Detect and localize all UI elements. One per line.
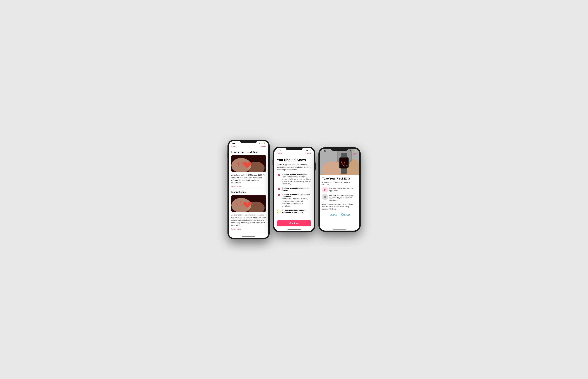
home-bar-line-1 xyxy=(242,237,255,237)
instr-text-1: First, open the ECG app on your Apple Wa… xyxy=(329,187,357,192)
status-icons-2: ✈ ▾▾▾ 🔋 xyxy=(305,149,311,151)
warning-item-4: ! If you are not feeling well you should… xyxy=(277,209,311,213)
svg-text:26: 26 xyxy=(342,164,345,167)
warning-bold-4: If you are not feeling well you should t… xyxy=(282,209,311,213)
location-icon-1: ✈ xyxy=(259,142,260,144)
slashgear-logo: SLASH GEAR xyxy=(322,213,357,217)
note-text: Note: To take an accurate ECG, your Appl… xyxy=(322,203,357,210)
warning-item-1: ✕ It cannot detect a heart attack. If yo… xyxy=(277,173,311,185)
home-bar-1 xyxy=(229,236,268,238)
svg-point-7 xyxy=(252,204,253,205)
heart-image-1 xyxy=(232,155,266,172)
phone2-content: You Should Know The ECG app can check yo… xyxy=(274,156,314,218)
battery-icon-3: 🔋 xyxy=(355,150,356,152)
phone-2-notch xyxy=(285,147,303,150)
phone-3: 8:25 ✈ ▾▾▾ 🔋 Skip xyxy=(318,147,361,232)
warning-text-2: It cannot detect blood clots or a stroke… xyxy=(282,187,311,191)
instruction-2: Rest your arms on a table or in your lap… xyxy=(322,194,357,202)
p3-title: Take Your First ECG xyxy=(322,177,357,180)
exclaim-icon: ! xyxy=(277,209,280,213)
phone-1-notch xyxy=(240,140,257,143)
divider-1 xyxy=(232,189,266,189)
heart-image-2 xyxy=(232,195,266,212)
nav-bar-2: ‹ Back Cancel xyxy=(274,152,314,156)
home-bar-line-2 xyxy=(287,229,301,230)
svg-text:GEAR: GEAR xyxy=(344,214,350,216)
svg-rect-22 xyxy=(341,169,347,174)
warning-item-2: ✕ It cannot detect blood clots or a stro… xyxy=(277,187,311,191)
phone2-footer: Continue xyxy=(274,218,314,228)
svg-rect-23 xyxy=(349,161,350,164)
svg-point-18 xyxy=(341,161,342,161)
scroll-content-1: Low or High Heart Rate A heart rate unde… xyxy=(229,149,268,236)
battery-icon-1: 🔋 xyxy=(264,142,265,144)
battery-icon-2: 🔋 xyxy=(309,149,311,151)
continue-button[interactable]: Continue xyxy=(277,220,311,226)
x-icon-3: ✕ xyxy=(277,193,280,197)
time-2: 8:25 xyxy=(277,149,280,151)
warning-text-1: It cannot detect a heart attack. If you … xyxy=(282,173,311,185)
cancel-button-2[interactable]: Cancel xyxy=(305,152,311,155)
svg-rect-21 xyxy=(341,153,347,158)
location-icon-3: ✈ xyxy=(350,150,351,152)
section2-body: An inconclusive result means the recordi… xyxy=(232,214,266,227)
phone-2: 8:25 ✈ ▾▾▾ 🔋 ‹ Back Cancel You Should Kn… xyxy=(273,147,315,232)
warning-text-4: If you are not feeling well you should t… xyxy=(282,209,311,213)
back-label-2: Back xyxy=(278,152,282,155)
warning-bold-2: It cannot detect blood clots or a stroke… xyxy=(282,187,311,191)
x-icon-1: ✕ xyxy=(277,173,280,177)
warning-sub-3: These include high blood pressure, conge… xyxy=(282,198,311,207)
back-button-2[interactable]: ‹ Back xyxy=(277,152,282,155)
instruction-1: First, open the ECG app on your Apple Wa… xyxy=(322,187,357,192)
learn-more-1[interactable]: Learn more xyxy=(232,185,266,188)
skip-button[interactable]: Skip xyxy=(353,153,356,155)
location-icon-2: ✈ xyxy=(305,149,306,151)
p3-subtitle: Recording an ECG typically takes 30 seco… xyxy=(322,181,357,185)
intro-text: The ECG app can check your heart rhythm … xyxy=(277,163,311,171)
wifi-icon-1: ▾▾▾ xyxy=(261,142,263,144)
back-chevron-2: ‹ xyxy=(277,152,278,155)
nav-bar-1: ‹ Back Cancel xyxy=(229,145,268,149)
back-label-1: Back xyxy=(232,145,237,147)
status-icons-3: ✈ ▾▾▾ 🔋 xyxy=(350,150,356,152)
scroll-content-3: Take Your First ECG Recording an ECG typ… xyxy=(320,175,359,228)
crown-icon xyxy=(322,194,328,200)
back-button-1[interactable]: ‹ Back xyxy=(232,145,237,148)
warning-bold-1: It cannot detect a heart attack. xyxy=(282,173,311,175)
learn-more-2[interactable]: Learn more xyxy=(232,228,266,230)
status-icons-1: ✈ ▾▾▾ 🔋 xyxy=(259,142,265,144)
warning-item-3: ✕ It cannot detect other heart-related c… xyxy=(277,193,311,207)
svg-text:SLASH: SLASH xyxy=(330,214,337,216)
warning-sub-1: If you ever experience chest pain, press… xyxy=(282,175,311,185)
watch-image: 26 sec xyxy=(320,149,359,175)
svg-text:sec: sec xyxy=(346,165,348,166)
svg-text:!: ! xyxy=(278,210,279,212)
section2-title: Inconclusive xyxy=(232,191,266,193)
home-bar-2 xyxy=(274,228,314,231)
back-chevron-1: ‹ xyxy=(232,145,232,148)
home-bar-line-3 xyxy=(333,229,346,229)
svg-point-3 xyxy=(243,164,244,165)
cancel-button-1[interactable]: Cancel xyxy=(260,145,266,147)
divider-2 xyxy=(232,232,266,232)
section1-body: A heart rate under 50 BPM or over 120 BP… xyxy=(232,174,266,184)
ecg-icon xyxy=(322,187,328,192)
time-3: 8:25 xyxy=(323,150,326,152)
warning-bold-3: It cannot detect other heart-related con… xyxy=(282,193,311,197)
instr-text-2: Rest your arms on a table or in your lap… xyxy=(329,194,357,202)
wifi-icon-3: ▾▾▾ xyxy=(352,150,354,152)
wifi-icon-2: ▾▾▾ xyxy=(306,149,309,151)
phone-1: 8:24 ✈ ▾▾▾ 🔋 ‹ Back Cancel Low or High H… xyxy=(228,140,270,239)
time-1: 8:24 xyxy=(232,142,235,144)
status-bar-3: 8:25 ✈ ▾▾▾ 🔋 xyxy=(320,149,359,152)
svg-point-26 xyxy=(325,197,325,197)
you-should-know-title: You Should Know xyxy=(277,158,311,162)
phone2-scroll: You Should Know The ECG app can check yo… xyxy=(274,156,314,228)
home-bar-3 xyxy=(320,228,359,231)
x-icon-2: ✕ xyxy=(277,187,280,191)
note-body: To take an accurate ECG, your Apple Watc… xyxy=(322,204,353,210)
section1-title: Low or High Heart Rate xyxy=(232,151,266,154)
warning-text-3: It cannot detect other heart-related con… xyxy=(282,193,311,207)
